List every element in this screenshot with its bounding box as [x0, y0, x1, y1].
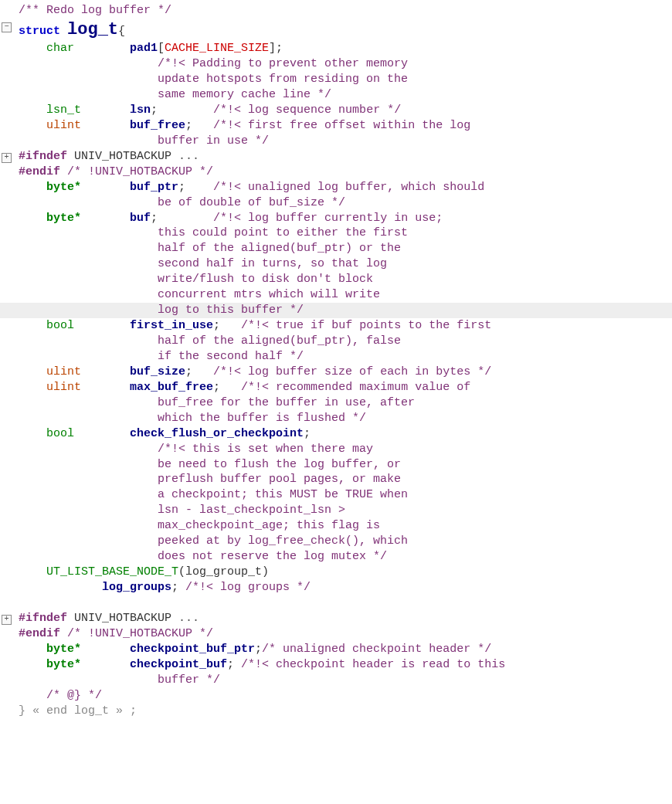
field-checkpoint_buf: checkpoint_buf: [130, 658, 227, 671]
type-ulint: ulint: [46, 365, 81, 378]
comment: half of the aligned(buf_ptr) or the: [158, 242, 401, 255]
comment: /*!< this is set when there may: [158, 443, 373, 456]
comment: buffer in use */: [158, 134, 269, 148]
comment: lsn - last_checkpoint_lsn >: [158, 504, 345, 517]
comment: this could point to either the first: [158, 226, 408, 239]
type-bool: bool: [46, 319, 74, 332]
field-pad1: pad1: [130, 42, 158, 55]
preproc-symbol: UNIV_HOTBACKUP: [74, 612, 171, 625]
comment: same memory cache line */: [158, 88, 331, 101]
folded-dots: ...: [178, 612, 199, 625]
code-editor: /** Redo log buffer */ − struct log_t{ c…: [0, 0, 672, 724]
fold-toggle-icon[interactable]: +: [2, 615, 12, 625]
struct-end: } « end log_t » ;: [19, 704, 137, 717]
type-lsn_t: lsn_t: [46, 103, 81, 117]
comment: write/flush to disk don't block: [158, 273, 373, 286]
type-byte-ptr: byte*: [46, 181, 81, 194]
comment: /** Redo log buffer */: [19, 4, 171, 17]
type-log_group_t: log_group_t: [185, 565, 262, 578]
comment: /* !UNIV_HOTBACKUP */: [67, 165, 213, 178]
comment: /*!< unaligned log buffer, which should: [213, 181, 484, 194]
keyword-struct: struct: [19, 25, 60, 38]
comment: second half in turns, so that log: [158, 257, 387, 270]
preproc-symbol: UNIV_HOTBACKUP: [74, 150, 171, 163]
macro-cache-line-size: CACHE_LINE_SIZE: [165, 42, 269, 55]
comment: does not reserve the log mutex */: [158, 550, 387, 563]
comment: /*!< log buffer size of each in bytes */: [213, 365, 491, 378]
comment: a checkpoint; this MUST be TRUE when: [158, 488, 408, 501]
field-max_buf_free: max_buf_free: [130, 381, 213, 394]
preproc-endif: #endif: [19, 627, 60, 640]
comment: log to this buffer */: [158, 304, 304, 317]
field-log_groups: log_groups: [102, 581, 171, 594]
comment: preflush buffer pool pages, or make: [158, 473, 401, 486]
macro-ut-list: UT_LIST_BASE_NODE_T: [46, 565, 178, 578]
fold-toggle-icon[interactable]: +: [2, 153, 12, 163]
preproc-ifndef: #ifndef: [19, 612, 67, 625]
field-check_flush_or_checkpoint: check_flush_or_checkpoint: [130, 427, 304, 440]
comment: if the second half */: [158, 350, 304, 363]
highlighted-line: log to this buffer */: [0, 303, 672, 318]
comment: /*!< log groups */: [185, 581, 311, 594]
field-first_in_use: first_in_use: [130, 319, 213, 332]
comment: be need to flush the log buffer, or: [158, 458, 401, 471]
field-buf_free: buf_free: [130, 119, 185, 132]
type-ulint: ulint: [46, 119, 81, 132]
comment: /*!< log sequence number */: [213, 103, 401, 117]
comment: which the buffer is flushed */: [158, 412, 366, 425]
folded-dots: ...: [178, 150, 199, 163]
struct-name: log_t: [67, 20, 118, 39]
comment: buffer */: [158, 673, 220, 687]
field-checkpoint_buf_ptr: checkpoint_buf_ptr: [130, 643, 255, 656]
comment: /*!< true if buf points to the first: [241, 319, 491, 332]
type-ulint: ulint: [46, 381, 81, 394]
preproc-ifndef: #ifndef: [19, 150, 67, 163]
type-byte-ptr: byte*: [46, 658, 81, 671]
comment: peeked at by log_free_check(), which: [158, 534, 408, 548]
comment: concurrent mtrs which will write: [158, 288, 380, 301]
comment: be of double of buf_size */: [158, 196, 345, 209]
comment: update hotspots from residing on the: [158, 73, 408, 86]
comment: buf_free for the buffer in use, after: [158, 396, 415, 409]
field-lsn: lsn: [130, 103, 151, 117]
fold-toggle-icon[interactable]: −: [2, 22, 12, 32]
comment: max_checkpoint_age; this flag is: [158, 519, 380, 532]
comment: /* !UNIV_HOTBACKUP */: [67, 627, 213, 640]
type-byte-ptr: byte*: [46, 643, 81, 656]
comment: /*!< log buffer currently in use;: [213, 212, 443, 225]
type-bool: bool: [46, 427, 74, 440]
field-buf_ptr: buf_ptr: [130, 181, 178, 194]
type-char: char: [46, 42, 74, 55]
comment: /*!< Padding to prevent other memory: [158, 57, 408, 70]
field-buf_size: buf_size: [130, 365, 185, 378]
comment: /* @} */: [46, 689, 102, 702]
comment: half of the aligned(buf_ptr), false: [158, 334, 401, 348]
type-byte-ptr: byte*: [46, 212, 81, 225]
comment: /* unaligned checkpoint header */: [262, 643, 491, 656]
field-buf: buf: [130, 212, 151, 225]
comment: /*!< recommended maximum value of: [241, 381, 470, 394]
comment: /*!< first free offset within the log: [213, 119, 470, 132]
comment: /*!< checkpoint header is read to this: [241, 658, 505, 671]
preproc-endif: #endif: [19, 165, 60, 178]
